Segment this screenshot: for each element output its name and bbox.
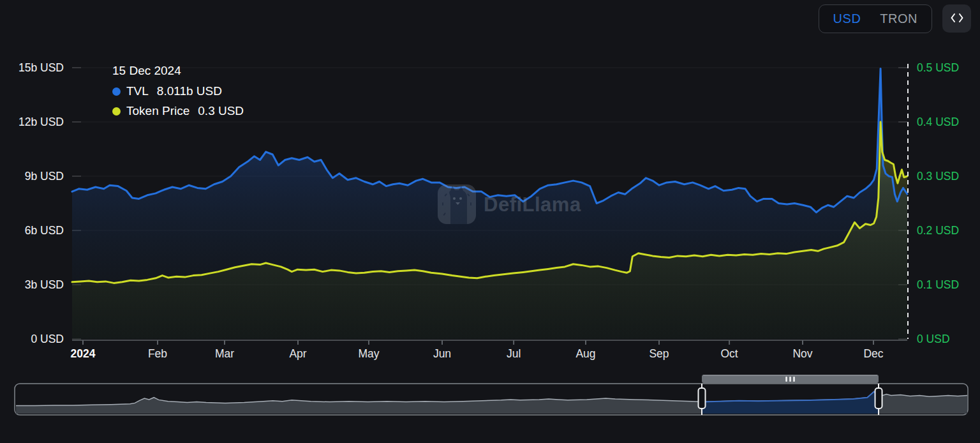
right-axis-label: 0.4 USD [917, 116, 959, 128]
left-axis-label: 3b USD [25, 278, 64, 291]
tooltip-row-price: Token Price 0.3 USD [112, 104, 244, 118]
tvl-price-chart[interactable]: 2024FebMarAprMayJunJulAugSepOctNovDec0 U… [0, 0, 980, 373]
x-axis-label: May [358, 347, 379, 360]
drag-handle-dots-icon [785, 377, 787, 382]
price-label: Token Price [126, 104, 189, 118]
price-series-dot [112, 107, 121, 116]
x-axis-label: Apr [289, 347, 306, 360]
tooltip-row-tvl: TVL 8.011b USD [112, 84, 244, 98]
x-axis-label: Oct [720, 347, 738, 360]
tvl-label: TVL [126, 84, 149, 98]
chart-tooltip: 15 Dec 2024 TVL 8.011b USD Token Price 0… [112, 64, 244, 124]
drag-handle-dots-icon [789, 377, 791, 382]
x-axis-label: Jul [507, 347, 521, 360]
brush-handle-left[interactable] [699, 388, 706, 409]
x-axis-label: Feb [148, 347, 167, 360]
x-axis-label: Nov [792, 347, 812, 360]
drag-handle-dots-icon [793, 377, 795, 382]
left-axis-label: 12b USD [19, 116, 64, 128]
x-axis-label: Dec [863, 347, 883, 360]
x-axis-label: Aug [575, 347, 595, 360]
tvl-series-dot [112, 87, 121, 96]
left-axis-label: 15b USD [19, 61, 64, 74]
x-axis-label: Jun [433, 347, 451, 360]
x-axis-label: 2024 [71, 347, 96, 360]
brush-handle-right[interactable] [875, 388, 882, 409]
x-axis-label: Sep [649, 347, 669, 360]
left-axis-label: 0 USD [31, 333, 64, 345]
left-axis-label: 6b USD [25, 224, 64, 237]
left-axis-label: 9b USD [25, 170, 64, 183]
x-axis-label: Mar [215, 347, 234, 360]
right-axis-label: 0.1 USD [917, 278, 959, 291]
zoom-range-brush[interactable] [0, 373, 980, 443]
right-axis-label: 0.5 USD [917, 61, 959, 74]
price-value: 0.3 USD [198, 104, 244, 118]
right-axis-label: 0.2 USD [917, 224, 959, 237]
right-axis-label: 0.3 USD [917, 170, 959, 183]
right-axis-label: 0 USD [917, 333, 950, 345]
tvl-value: 8.011b USD [157, 84, 222, 98]
tooltip-date: 15 Dec 2024 [112, 64, 244, 78]
